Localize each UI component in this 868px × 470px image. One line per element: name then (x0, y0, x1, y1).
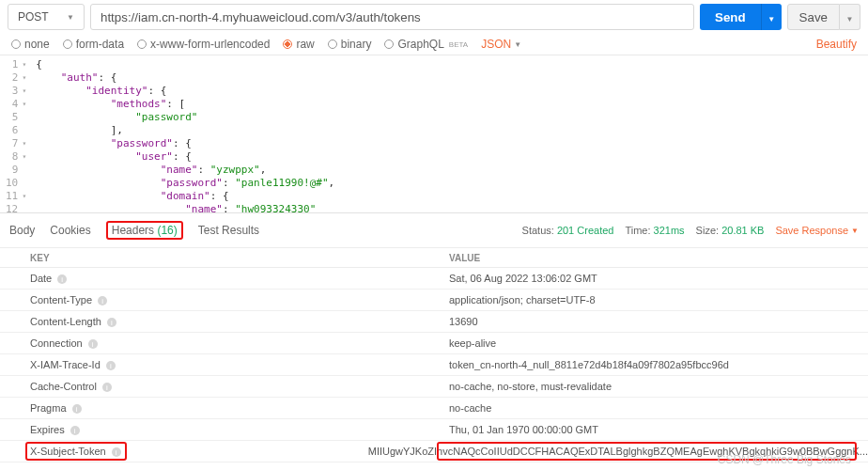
bodytype-none[interactable]: none (11, 38, 50, 51)
header-key: Cache-Controli (0, 381, 442, 393)
header-value: MIIUgwYJKoZIhvcNAQcCoIIUdDCCFHACAQExDTAL… (361, 446, 868, 457)
info-icon[interactable]: i (112, 447, 121, 457)
info-icon[interactable]: i (57, 274, 67, 284)
header-columns: KEY VALUE (0, 247, 868, 268)
bodytype-graphql[interactable]: GraphQLBETA (384, 38, 468, 51)
header-value: token_cn-north-4_null_8811e72d4b18f4a09f… (442, 359, 868, 370)
body-editor[interactable]: 1▾2▾3▾4▾567▾8▾91011▾12131415 { "auth": {… (0, 55, 868, 212)
header-value: keep-alive (442, 337, 868, 349)
header-value: Sat, 06 Aug 2022 13:06:02 GMT (442, 273, 868, 284)
table-row: Content-Lengthi13690 (0, 311, 868, 333)
header-key: Content-Lengthi (0, 316, 442, 328)
info-icon[interactable]: i (98, 296, 107, 306)
info-icon[interactable]: i (88, 339, 98, 349)
content-type-select[interactable]: JSON▼ (481, 38, 521, 51)
table-row: DateiSat, 06 Aug 2022 13:06:02 GMT (0, 268, 868, 290)
info-icon[interactable]: i (102, 383, 112, 392)
header-key: X-IAM-Trace-Idi (0, 359, 442, 371)
col-key: KEY (0, 253, 442, 263)
header-key: Connectioni (0, 337, 442, 350)
header-key: Datei (0, 273, 442, 285)
table-row: Cache-Controlino-cache, no-store, must-r… (0, 376, 868, 398)
col-value: VALUE (442, 253, 868, 263)
save-response[interactable]: Save Response ▼ (775, 225, 859, 236)
method-select[interactable]: POST ▼ (8, 4, 85, 30)
header-value: application/json; charset=UTF-8 (442, 294, 868, 306)
header-value: no-cache (442, 402, 868, 414)
header-value: no-cache, no-store, must-revalidate (442, 381, 868, 392)
time-label: Time: 321ms (625, 225, 684, 236)
tab-headers[interactable]: Headers (16) (106, 221, 183, 240)
header-key: Pragmai (0, 402, 442, 415)
info-icon[interactable]: i (107, 318, 116, 327)
status-label: Status: 201 Created (522, 225, 614, 236)
bodytype-raw[interactable]: raw (283, 38, 314, 51)
save-button[interactable]: Save (787, 4, 840, 30)
header-value: 13690 (442, 316, 868, 327)
line-gutter: 1▾2▾3▾4▾567▾8▾91011▾12131415 (0, 55, 32, 212)
send-caret[interactable]: ▼ (761, 4, 782, 30)
beautify-link[interactable]: Beautify (816, 38, 857, 51)
table-row: Content-Typeiapplication/json; charset=U… (0, 290, 868, 311)
save-caret[interactable]: ▼ (840, 4, 860, 30)
header-key: Expiresi (0, 424, 442, 436)
table-row: Connectionikeep-alive (0, 333, 868, 354)
bodytype-xwww[interactable]: x-www-form-urlencoded (137, 38, 270, 51)
size-label: Size: 20.81 KB (696, 225, 765, 236)
header-key: Content-Typei (0, 294, 442, 306)
send-button[interactable]: Send (700, 4, 761, 30)
tab-cookies[interactable]: Cookies (50, 224, 90, 237)
info-icon[interactable]: i (70, 426, 80, 435)
chevron-down-icon: ▼ (67, 13, 74, 22)
bodytype-binary[interactable]: binary (328, 38, 372, 51)
table-row: Pragmaino-cache (0, 398, 868, 419)
info-icon[interactable]: i (106, 361, 116, 370)
tab-test-results[interactable]: Test Results (198, 224, 259, 237)
url-input[interactable] (90, 4, 694, 30)
table-row: ExpiresiThu, 01 Jan 1970 00:00:00 GMT (0, 419, 868, 441)
method-label: POST (18, 10, 49, 24)
code-area[interactable]: { "auth": { "identity": { "methods": [ "… (32, 55, 338, 212)
header-key: X-Subject-Tokeni (0, 446, 361, 458)
info-icon[interactable]: i (72, 404, 82, 414)
header-value: Thu, 01 Jan 1970 00:00:00 GMT (442, 424, 868, 435)
bodytype-form-data[interactable]: form-data (63, 38, 124, 51)
table-row: X-IAM-Trace-Iditoken_cn-north-4_null_881… (0, 354, 868, 376)
tab-body[interactable]: Body (9, 224, 35, 237)
table-row: X-Subject-TokeniMIIUgwYJKoZIhvcNAQcCoIIU… (0, 441, 868, 462)
